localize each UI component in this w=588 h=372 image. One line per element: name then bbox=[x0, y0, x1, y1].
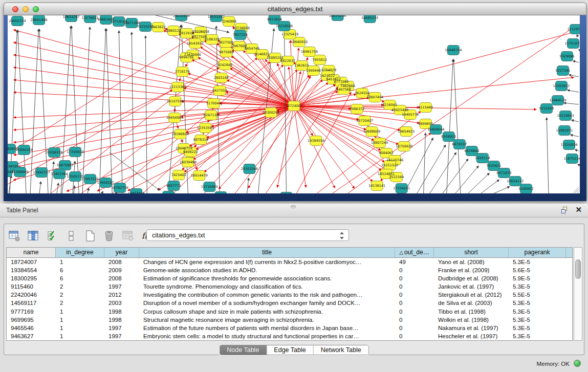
select-columns-icon[interactable] bbox=[46, 230, 58, 242]
delete-table-icon[interactable] bbox=[103, 230, 115, 242]
graph-node[interactable] bbox=[163, 191, 175, 194]
graph-edge[interactable] bbox=[294, 84, 336, 106]
new-table-icon[interactable] bbox=[84, 230, 96, 242]
graph-edge[interactable] bbox=[443, 159, 468, 193]
table-scrollbar[interactable] bbox=[574, 247, 582, 341]
tab-node-table[interactable]: Node Table bbox=[220, 345, 267, 355]
graph-edge[interactable] bbox=[51, 162, 54, 193]
graph-edge[interactable] bbox=[424, 133, 426, 193]
graph-edge[interactable] bbox=[14, 106, 294, 118]
graph-edge[interactable] bbox=[294, 105, 384, 106]
table-row[interactable]: 911546021997Tourette syndrome. Phenomeno… bbox=[7, 282, 572, 291]
graph-edge[interactable] bbox=[247, 178, 249, 193]
graph-node-label: 16151522 bbox=[381, 163, 398, 167]
row-height-icon[interactable] bbox=[65, 230, 77, 242]
graph-edge[interactable] bbox=[575, 150, 579, 151]
column-header-title[interactable]: title bbox=[139, 248, 395, 257]
graph-edge[interactable] bbox=[72, 26, 79, 193]
table-type-tabs: Node TableEdge TableNetwork Table bbox=[219, 345, 368, 355]
graph-edge[interactable] bbox=[573, 61, 579, 62]
graph-edge[interactable] bbox=[294, 106, 382, 170]
graph-node-label: 16039489 bbox=[180, 160, 197, 164]
graph-node-label: 9227341 bbox=[555, 69, 570, 73]
graph-node-label: 8267130 bbox=[204, 113, 219, 117]
graph-node-label: 17334261 bbox=[393, 186, 410, 190]
table-row[interactable]: 969969511998Structural magnetic resonanc… bbox=[7, 316, 572, 324]
table-cell: 19384554 bbox=[7, 266, 56, 274]
table-cell: 5.5E-5 bbox=[509, 291, 566, 299]
graph-node-label: 17359924 bbox=[67, 150, 84, 154]
table-cell: 2012 bbox=[104, 291, 139, 299]
graph-node-label: 24055724 bbox=[9, 19, 26, 23]
show-column-icon[interactable] bbox=[27, 230, 39, 242]
graph-edge[interactable] bbox=[82, 27, 90, 193]
table-settings-icon[interactable] bbox=[8, 230, 20, 242]
table-selector-dropdown[interactable]: citations_edges.txt bbox=[146, 229, 349, 241]
float-panel-icon[interactable] bbox=[561, 207, 569, 214]
graph-edge[interactable] bbox=[8, 90, 172, 184]
table-scrollbar-thumb[interactable] bbox=[575, 259, 581, 279]
table-cell: Dudbridge et al. (2008) bbox=[434, 274, 509, 282]
graph-node-label: 8427552 bbox=[212, 89, 227, 93]
table-row[interactable]: 2242004622012Investigating the contribut… bbox=[7, 291, 572, 299]
canvas-resize-grip[interactable] bbox=[573, 187, 579, 193]
graph-edge[interactable] bbox=[14, 68, 294, 106]
graph-edge[interactable] bbox=[102, 191, 103, 193]
graph-node-label: 16033809 bbox=[173, 15, 190, 18]
table-row[interactable]: 977716911998Corpus callosum shape and si… bbox=[7, 308, 572, 316]
graph-edge[interactable] bbox=[168, 25, 181, 193]
table-row[interactable]: 1938455462009Genome-wide association stu… bbox=[7, 266, 572, 274]
window-titlebar[interactable]: citations_edges.txt bbox=[4, 3, 586, 15]
graph-edge[interactable] bbox=[74, 186, 75, 193]
graph-edge[interactable] bbox=[571, 135, 579, 137]
table-cell: 1 bbox=[56, 316, 104, 324]
graph-edge[interactable] bbox=[468, 173, 489, 193]
graph-edge[interactable] bbox=[569, 75, 579, 77]
graph-edge[interactable] bbox=[572, 120, 579, 122]
graph-edge[interactable] bbox=[14, 55, 294, 106]
graph-edge[interactable] bbox=[294, 106, 355, 188]
column-header-out_de[interactable]: △out_de… bbox=[395, 248, 434, 257]
table-panel-header[interactable]: Table Panel ✕ bbox=[0, 204, 588, 217]
graph-node-label: 17957225 bbox=[82, 177, 99, 181]
tab-edge-table[interactable]: Edge Table bbox=[267, 345, 313, 355]
graph-edge[interactable] bbox=[219, 106, 294, 189]
graph-edge[interactable] bbox=[564, 103, 579, 104]
close-panel-icon[interactable]: ✕ bbox=[575, 206, 582, 214]
graph-edge[interactable] bbox=[455, 166, 478, 193]
graph-edge[interactable] bbox=[39, 182, 41, 193]
graph-node-labels: 1872400774638228860128891293423226058982… bbox=[8, 15, 580, 193]
graph-edge[interactable] bbox=[119, 31, 122, 193]
table-row[interactable]: 1830029562008Estimation of significance … bbox=[7, 274, 572, 282]
table-cell: 2008 bbox=[104, 258, 139, 266]
table-row[interactable]: 946362711997Embryonic stem cells: a mode… bbox=[7, 332, 572, 340]
graph-edge[interactable] bbox=[417, 145, 446, 193]
graph-edge[interactable] bbox=[14, 106, 294, 130]
graph-node[interactable] bbox=[280, 192, 292, 194]
graph-edge[interactable] bbox=[182, 25, 188, 193]
graph-edge[interactable] bbox=[481, 180, 499, 193]
table-row[interactable]: 946554611997Estimation of the future num… bbox=[7, 324, 572, 332]
graph-edge[interactable] bbox=[494, 187, 510, 193]
graph-edge[interactable] bbox=[568, 90, 579, 92]
graph-edge[interactable] bbox=[106, 29, 113, 193]
graph-node[interactable] bbox=[215, 192, 227, 194]
column-header-short[interactable]: short bbox=[434, 248, 509, 257]
graph-edge[interactable] bbox=[453, 59, 460, 193]
graph-edge[interactable] bbox=[578, 164, 579, 165]
memory-status-indicator[interactable] bbox=[574, 360, 581, 367]
column-header-in_degree[interactable]: in_degree bbox=[56, 248, 104, 257]
table-row[interactable]: 1872400712008Changes of HCN gene express… bbox=[7, 258, 572, 266]
graph-edge[interactable] bbox=[430, 152, 456, 193]
column-header-pagerank[interactable]: pagerank bbox=[509, 248, 566, 257]
table-row[interactable]: 1456911722003Disruption of a novel membe… bbox=[7, 299, 572, 307]
column-header-name[interactable]: name bbox=[7, 248, 56, 257]
network-canvas[interactable]: 1872400774638228860128891293423226058982… bbox=[8, 15, 580, 193]
tab-network-table[interactable]: Network Table bbox=[314, 345, 368, 355]
graph-edge[interactable] bbox=[447, 59, 453, 193]
graph-edge[interactable] bbox=[88, 188, 89, 193]
table-cell: 2 bbox=[56, 299, 104, 307]
graph-edge[interactable] bbox=[547, 118, 549, 193]
column-header-year[interactable]: year bbox=[104, 248, 139, 257]
panel-divider-grip[interactable] bbox=[291, 205, 296, 208]
